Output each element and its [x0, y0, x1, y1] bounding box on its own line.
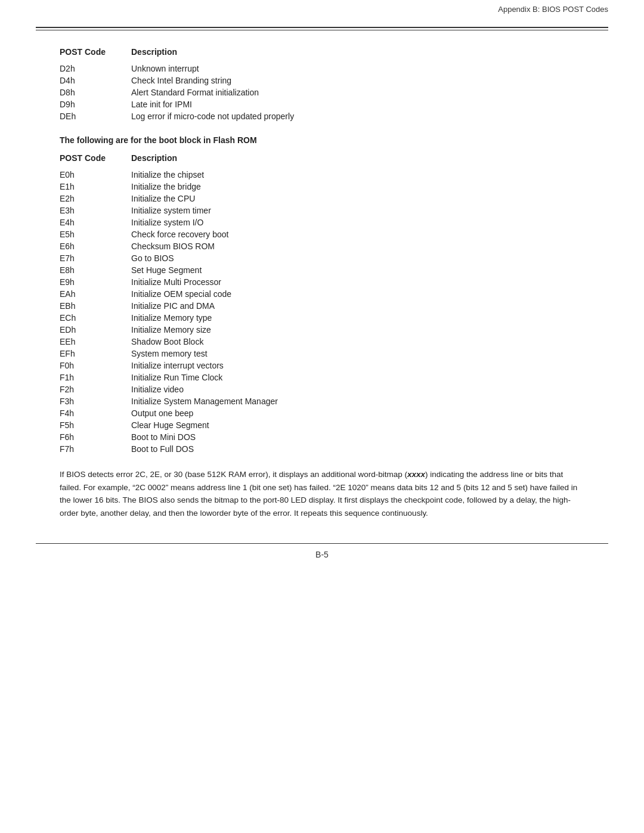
first-table-col-desc-label: Description	[131, 47, 177, 57]
table-row: EDhInitialize Memory size	[60, 324, 584, 336]
row-code: E6h	[60, 241, 131, 251]
first-table-header: POST Code Description	[60, 47, 584, 57]
row-code: EFh	[60, 349, 131, 358]
row-code: E7h	[60, 253, 131, 263]
row-desc: Unknown interrupt	[131, 64, 199, 73]
row-code: DEh	[60, 112, 131, 121]
row-desc: Shadow Boot Block	[131, 337, 203, 346]
row-code: F4h	[60, 408, 131, 418]
row-desc: Clear Huge Segment	[131, 420, 209, 430]
row-code: F3h	[60, 397, 131, 406]
table-row: E5hCheck force recovery boot	[60, 228, 584, 240]
row-code: EDh	[60, 325, 131, 335]
row-code: D4h	[60, 76, 131, 85]
row-code: E2h	[60, 194, 131, 203]
table-row: DEhLog error if micro-code not updated p…	[60, 110, 584, 122]
table-row: D2hUnknown interrupt	[60, 63, 584, 75]
row-code: D9h	[60, 100, 131, 109]
table-row: F4hOutput one beep	[60, 407, 584, 419]
row-desc: Boot to Full DOS	[131, 444, 194, 454]
table-row: F2hInitialize video	[60, 383, 584, 395]
table-row: E4hInitialize system I/O	[60, 216, 584, 228]
table-row: D9hLate init for IPMI	[60, 98, 584, 110]
table-row: F6hBoot to Mini DOS	[60, 431, 584, 443]
row-code: F6h	[60, 432, 131, 442]
row-code: F1h	[60, 373, 131, 382]
row-code: F2h	[60, 385, 131, 394]
table-row: F7hBoot to Full DOS	[60, 443, 584, 455]
table-row: EBhInitialize PIC and DMA	[60, 300, 584, 312]
table-row: E1hInitialize the bridge	[60, 181, 584, 193]
section-title: The following are for the boot block in …	[60, 135, 584, 145]
second-table-rows: E0hInitialize the chipsetE1hInitialize t…	[60, 169, 584, 455]
row-desc: Initialize the chipset	[131, 170, 204, 179]
main-content: POST Code Description D2hUnknown interru…	[0, 30, 644, 537]
row-desc: Initialize System Management Manager	[131, 397, 278, 406]
row-desc: Initialize Run Time Clock	[131, 373, 222, 382]
row-code: EAh	[60, 289, 131, 299]
row-desc: Check force recovery boot	[131, 230, 228, 239]
second-table-col-desc-label: Description	[131, 153, 177, 163]
row-code: E3h	[60, 206, 131, 215]
table-row: D8hAlert Standard Format initialization	[60, 86, 584, 98]
row-desc: Log error if micro-code not updated prop…	[131, 112, 294, 121]
row-code: E8h	[60, 265, 131, 275]
table-row: E3hInitialize system timer	[60, 205, 584, 216]
table-row: E7hGo to BIOS	[60, 252, 584, 264]
footer: B-5	[0, 544, 644, 569]
row-desc: Alert Standard Format initialization	[131, 88, 259, 97]
table-row: E2hInitialize the CPU	[60, 193, 584, 205]
row-code: F0h	[60, 361, 131, 370]
table-row: EChInitialize Memory type	[60, 312, 584, 324]
page-container: Appendix B: BIOS POST Codes POST Code De…	[0, 0, 644, 833]
row-desc: Initialize system I/O	[131, 218, 203, 227]
row-desc: Output one beep	[131, 408, 193, 418]
row-code: D2h	[60, 64, 131, 73]
table-row: F1hInitialize Run Time Clock	[60, 371, 584, 383]
row-desc: Go to BIOS	[131, 253, 174, 263]
table-row: E6hChecksum BIOS ROM	[60, 240, 584, 252]
page-header: Appendix B: BIOS POST Codes	[0, 0, 644, 16]
table-row: E0hInitialize the chipset	[60, 169, 584, 181]
row-desc: Initialize Multi Processor	[131, 277, 221, 287]
row-code: EBh	[60, 301, 131, 311]
row-desc: Check Intel Branding string	[131, 76, 231, 85]
footer-paragraph: If BIOS detects error 2C, 2E, or 30 (bas…	[60, 468, 584, 519]
row-code: D8h	[60, 88, 131, 97]
table-row: F0hInitialize interrupt vectors	[60, 360, 584, 371]
row-desc: Initialize Memory type	[131, 313, 212, 323]
page-number: B-5	[315, 550, 329, 559]
row-code: ECh	[60, 313, 131, 323]
header-text: Appendix B: BIOS POST Codes	[498, 5, 608, 14]
row-code: F7h	[60, 444, 131, 454]
table-row: F5hClear Huge Segment	[60, 419, 584, 431]
table-row: E9hInitialize Multi Processor	[60, 276, 584, 288]
row-desc: Set Huge Segment	[131, 265, 202, 275]
second-table-header: POST Code Description	[60, 153, 584, 163]
row-desc: Initialize Memory size	[131, 325, 211, 335]
table-row: D4hCheck Intel Branding string	[60, 75, 584, 86]
row-desc: System memory test	[131, 349, 208, 358]
table-row: E8hSet Huge Segment	[60, 264, 584, 276]
row-desc: Initialize the bridge	[131, 182, 201, 191]
row-desc: Initialize interrupt vectors	[131, 361, 224, 370]
first-table-rows: D2hUnknown interruptD4hCheck Intel Brand…	[60, 63, 584, 122]
row-desc: Checksum BIOS ROM	[131, 241, 215, 251]
second-table-col-code-label: POST Code	[60, 153, 131, 163]
row-desc: Initialize video	[131, 385, 184, 394]
top-rule-thick	[36, 27, 608, 28]
row-desc: Initialize OEM special code	[131, 289, 231, 299]
row-code: E9h	[60, 277, 131, 287]
row-code: E1h	[60, 182, 131, 191]
row-code: E0h	[60, 170, 131, 179]
row-desc: Initialize system timer	[131, 206, 211, 215]
row-desc: Boot to Mini DOS	[131, 432, 196, 442]
first-table-col-code-label: POST Code	[60, 47, 131, 57]
row-code: E5h	[60, 230, 131, 239]
table-row: EFhSystem memory test	[60, 348, 584, 360]
row-code: E4h	[60, 218, 131, 227]
row-code: EEh	[60, 337, 131, 346]
table-row: F3hInitialize System Management Manager	[60, 395, 584, 407]
row-code: F5h	[60, 420, 131, 430]
table-row: EEhShadow Boot Block	[60, 336, 584, 348]
